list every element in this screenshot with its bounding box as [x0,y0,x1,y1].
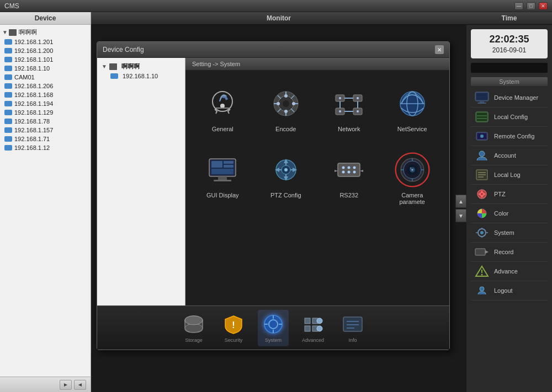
storage-tab-label: Storage [185,337,203,343]
bottom-tab-info[interactable]: Info [337,310,368,346]
info-tab-icon [342,313,364,335]
device-item[interactable]: 192.168.1.71 [0,135,91,143]
svg-point-56 [342,171,345,174]
advanced-tab-icon [302,313,324,335]
main-container: Device ▼ 啊啊啊 192.168.1.201192.168.1.2001… [0,12,552,392]
maximize-button[interactable]: □ [527,2,535,10]
bottom-tab-advanced[interactable]: Advanced [298,310,328,346]
device-item[interactable]: 192.168.1.201 [0,37,91,46]
right-menu-remote-config[interactable]: Remote Config [471,127,548,146]
modal-tree-item[interactable]: 192.168.1.10 [102,73,181,79]
right-menu-local-config[interactable]: Local Config [471,108,548,127]
bottom-tab-security[interactable]: !Security [218,310,249,346]
local-log-icon [474,168,490,181]
right-menu-record[interactable]: Record [471,243,548,262]
svg-point-58 [353,171,356,174]
device-item[interactable]: 192.168.1.12 [0,143,91,152]
svg-point-43 [284,168,288,171]
svg-rect-52 [338,163,360,176]
window-controls: — □ ✕ [514,2,548,10]
device-item[interactable]: 192.168.1.194 [0,99,91,108]
device-manager-label: Device Manager [494,94,538,101]
device-ip: 192.168.1.168 [14,92,53,98]
gui-display-label: GUI Display [206,192,239,198]
config-icon-network[interactable]: Network [323,82,375,137]
right-menu-system[interactable]: System [471,223,548,243]
right-menu-local-log[interactable]: Local Log [471,165,548,185]
network-label: Network [338,126,360,132]
modal-group-name: 啊啊啊 [121,62,140,71]
svg-point-16 [277,102,280,105]
svg-point-85 [317,326,322,331]
prev-page-button[interactable]: ► [60,380,72,390]
config-icon-encode[interactable]: Encode [260,82,312,137]
cam-icon [4,57,12,62]
modal-title-text: Device Config [103,46,144,53]
device-item[interactable]: 192.168.1.206 [0,82,91,90]
gui-display-icon [205,152,240,187]
device-item[interactable]: 192.168.1.157 [0,126,91,135]
device-item[interactable]: 192.168.1.101 [0,55,91,64]
right-menu-ptz[interactable]: PTZ [471,185,548,204]
device-ip: 192.168.1.201 [14,39,53,45]
system-section-label: System [471,77,548,86]
titlebar: CMS — □ ✕ [0,0,552,12]
right-menu-account[interactable]: Account [471,146,548,165]
svg-marker-119 [485,250,489,254]
bottom-tab-system[interactable]: System [258,310,289,346]
svg-rect-86 [343,317,362,331]
close-button[interactable]: ✕ [539,2,548,10]
modal-item-ip: 192.168.1.10 [123,73,158,79]
config-icon-gui-display[interactable]: GUI Display [197,148,249,210]
remote-config-label: Remote Config [494,133,534,139]
config-icon-camera-parameter[interactable]: Camera paramete [386,148,439,210]
minimize-button[interactable]: — [514,2,523,10]
config-icon-netservice[interactable]: NetService [386,82,439,137]
svg-point-5 [283,100,289,107]
cam-icon [4,83,12,89]
modal-tree-group[interactable]: ▼ 啊啊啊 [102,62,181,71]
cam-icon [4,145,12,151]
device-bottom-bar: ► ◄ [0,377,91,392]
cam-icon [4,127,12,133]
bottom-tab-storage[interactable]: Storage [178,310,209,346]
config-icon-rs232[interactable]: RS232 [323,148,375,210]
svg-point-122 [481,274,483,276]
cam-icon [4,110,12,115]
device-item[interactable]: CAM01 [0,73,91,82]
device-ip: 192.168.1.12 [14,144,50,151]
svg-rect-37 [224,165,233,168]
device-ip: 192.168.1.194 [14,100,53,107]
svg-rect-35 [211,161,222,168]
cam-icon [4,39,12,45]
right-menu-logout[interactable]: Logout [471,281,548,300]
config-icon-ptz-config[interactable]: PTZ Config [260,148,312,210]
svg-rect-40 [214,180,231,181]
next-page-button[interactable]: ◄ [74,380,86,390]
modal-titlebar: Device Config ✕ [97,42,449,58]
device-ip: 192.168.1.200 [14,47,53,54]
config-icon-general[interactable]: General [197,82,249,137]
svg-point-28 [339,110,341,112]
device-ip: 192.168.1.101 [14,56,53,63]
device-item[interactable]: 192.168.1.78 [0,117,91,126]
right-menu-advance[interactable]: Advance [471,262,548,281]
device-item[interactable]: 192.168.1.10 [0,64,91,73]
encode-icon [268,86,304,121]
device-item[interactable]: 192.168.1.168 [0,90,91,99]
device-item[interactable]: 192.168.1.200 [0,46,91,55]
modal-close-button[interactable]: ✕ [435,45,444,54]
account-label: Account [494,152,516,159]
info-tab-label: Info [349,337,357,343]
security-tab-icon: ! [222,313,245,335]
svg-rect-39 [218,176,227,180]
device-item[interactable]: 192.168.1.129 [0,108,91,117]
storage-tab-icon [183,313,205,335]
advance-label: Advance [494,268,518,275]
modal-icons-grid: General Encode Network [185,71,449,305]
device-group[interactable]: ▼ 啊啊啊 [0,27,91,37]
group-icon [9,29,17,36]
right-menu-color[interactable]: Color [471,204,548,223]
general-icon [205,86,240,121]
right-menu-device-manager[interactable]: Device Manager [471,88,548,108]
